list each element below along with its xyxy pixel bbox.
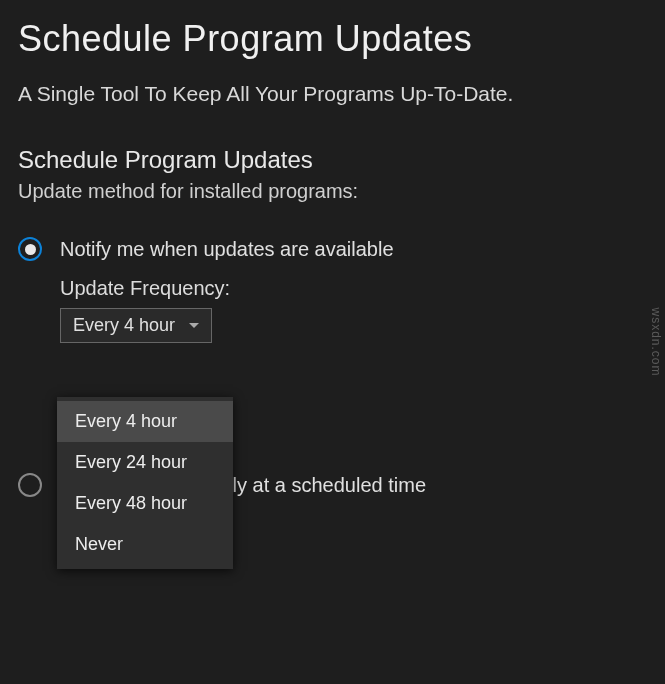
frequency-label: Update Frequency: bbox=[60, 277, 647, 300]
section-desc: Update method for installed programs: bbox=[18, 180, 647, 203]
option-scheduled-label-visible: ally at a scheduled time bbox=[217, 474, 426, 496]
dropdown-item-never[interactable]: Never bbox=[57, 524, 233, 565]
option-notify-label: Notify me when updates are available bbox=[60, 238, 394, 261]
radio-scheduled[interactable] bbox=[18, 473, 42, 497]
frequency-select[interactable]: Every 4 hour bbox=[60, 308, 212, 343]
frequency-select-value: Every 4 hour bbox=[73, 315, 175, 336]
dropdown-item-4hour[interactable]: Every 4 hour bbox=[57, 401, 233, 442]
watermark-text: wsxdn.com bbox=[649, 307, 663, 376]
option-notify-row[interactable]: Notify me when updates are available bbox=[18, 237, 647, 261]
page-subtitle: A Single Tool To Keep All Your Programs … bbox=[18, 82, 647, 106]
frequency-block: Update Frequency: Every 4 hour bbox=[60, 277, 647, 343]
page-title: Schedule Program Updates bbox=[18, 18, 647, 60]
dropdown-item-24hour[interactable]: Every 24 hour bbox=[57, 442, 233, 483]
chevron-down-icon bbox=[189, 323, 199, 328]
radio-notify[interactable] bbox=[18, 237, 42, 261]
dropdown-item-48hour[interactable]: Every 48 hour bbox=[57, 483, 233, 524]
section-heading: Schedule Program Updates bbox=[18, 146, 647, 174]
frequency-dropdown: Every 4 hour Every 24 hour Every 48 hour… bbox=[57, 397, 233, 569]
